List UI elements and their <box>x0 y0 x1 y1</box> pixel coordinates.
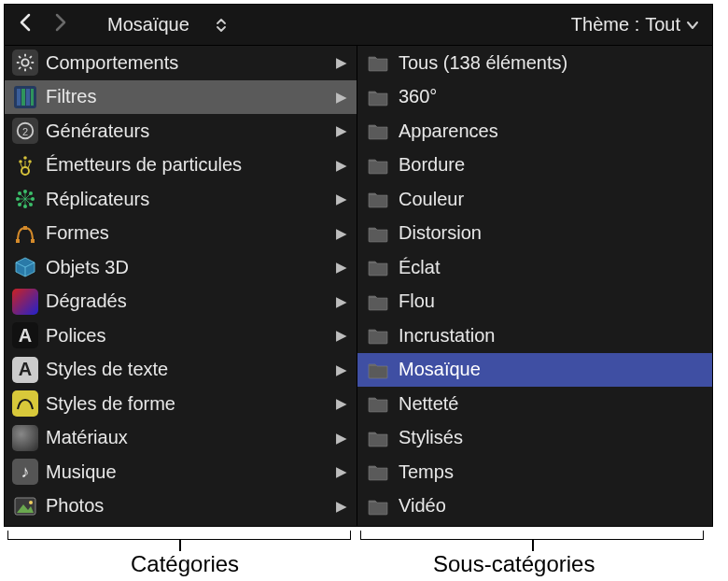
svg-point-42 <box>29 501 33 504</box>
chevron-right-icon <box>52 13 67 32</box>
path-popup[interactable]: Mosaïque <box>107 14 227 35</box>
subcategory-item-bordure[interactable]: Bordure <box>357 149 712 183</box>
category-item-label: Comportements <box>46 52 329 74</box>
category-item-label: Styles de forme <box>46 393 329 415</box>
subcategory-item-label: Netteté <box>399 393 703 415</box>
svg-line-5 <box>19 56 21 58</box>
replicator-icon <box>12 186 38 212</box>
folder-icon <box>365 186 391 212</box>
subcategory-item-couleur[interactable]: Couleur <box>357 182 712 217</box>
subcategory-item-nettete[interactable]: Netteté <box>357 387 712 421</box>
subcategory-item-label: Tous (138 éléments) <box>399 52 703 74</box>
folder-icon <box>365 390 391 417</box>
subcategory-item-label: Stylisés <box>399 427 703 448</box>
materials-icon <box>12 425 38 451</box>
categories-column: Comportements▶Filtres▶2Générateurs▶Émett… <box>5 46 357 526</box>
category-item-stylestexte[interactable]: AStyles de texte▶ <box>5 353 357 388</box>
category-item-musique[interactable]: ♪Musique▶ <box>5 455 357 489</box>
folder-icon <box>365 322 391 348</box>
svg-line-21 <box>21 163 22 168</box>
subcategory-item-label: Flou <box>399 290 703 312</box>
filters-icon <box>12 84 38 110</box>
folder-icon <box>365 493 391 519</box>
subcategories-column: Tous (138 éléments)360°ApparencesBordure… <box>357 46 712 526</box>
subcategory-item-mosaique[interactable]: Mosaïque <box>357 353 712 388</box>
shapes-icon <box>12 220 38 247</box>
category-item-stylesforme[interactable]: Styles de forme▶ <box>5 387 357 421</box>
folder-icon <box>365 357 391 383</box>
category-item-objets3d[interactable]: Objets 3D▶ <box>5 250 357 285</box>
category-item-label: Polices <box>46 325 329 347</box>
theme-popup[interactable]: Thème : Tout <box>571 14 703 35</box>
theme-prefix-label: Thème : <box>571 14 639 35</box>
subcategory-item-label: Bordure <box>399 154 703 176</box>
category-item-label: Réplicateurs <box>46 189 329 210</box>
svg-rect-35 <box>16 239 20 243</box>
category-item-label: Émetteurs de particules <box>46 154 329 176</box>
disclosure-arrow-icon: ▶ <box>336 122 347 139</box>
category-item-label: Formes <box>46 222 329 244</box>
disclosure-arrow-icon: ▶ <box>336 463 347 480</box>
svg-point-0 <box>21 60 28 66</box>
annotation-label-subcategories: Sous-catégories <box>433 551 595 577</box>
disclosure-arrow-icon: ▶ <box>336 89 347 106</box>
subcategory-item-incrustation[interactable]: Incrustation <box>357 319 712 353</box>
svg-line-8 <box>30 56 32 58</box>
subcategory-item-label: Mosaïque <box>399 359 703 380</box>
subcategory-item-label: Temps <box>399 461 703 483</box>
svg-rect-13 <box>31 89 34 106</box>
folder-icon <box>365 220 391 247</box>
nav-forward-button[interactable] <box>48 13 72 37</box>
subcategory-item-temps[interactable]: Temps <box>357 455 712 489</box>
disclosure-arrow-icon: ▶ <box>336 327 347 344</box>
disclosure-arrow-icon: ▶ <box>336 361 347 378</box>
disclosure-arrow-icon: ▶ <box>336 395 347 412</box>
annotation-stem-left <box>179 540 181 551</box>
theme-value-label: Tout <box>645 14 680 35</box>
path-label: Mosaïque <box>107 14 189 35</box>
category-item-materiaux[interactable]: Matériaux▶ <box>5 421 357 456</box>
folder-icon <box>365 152 391 178</box>
subcategory-item-label: Distorsion <box>399 222 703 244</box>
category-item-replicateurs[interactable]: Réplicateurs▶ <box>5 182 357 217</box>
subcategory-item-label: Éclat <box>399 257 703 278</box>
nav-back-button[interactable] <box>14 13 38 37</box>
subcategory-item-eclat[interactable]: Éclat <box>357 250 712 285</box>
subcategory-item-flou[interactable]: Flou <box>357 285 712 319</box>
subcategory-item-distorsion[interactable]: Distorsion <box>357 217 712 251</box>
folder-icon <box>365 50 391 76</box>
svg-point-18 <box>23 156 27 160</box>
category-item-particules[interactable]: Émetteurs de particules▶ <box>5 149 357 183</box>
svg-point-19 <box>28 160 32 163</box>
category-item-formes[interactable]: Formes▶ <box>5 217 357 251</box>
annotation-label-categories: Catégories <box>131 551 239 577</box>
music-icon: ♪ <box>12 459 38 485</box>
category-item-degrades[interactable]: Dégradés▶ <box>5 285 357 319</box>
annotation-overlay: Catégories Sous-catégories <box>4 531 713 581</box>
shape-style-icon <box>12 390 38 417</box>
subcategory-item-apparences[interactable]: Apparences <box>357 114 712 149</box>
svg-line-6 <box>30 67 32 69</box>
disclosure-arrow-icon: ▶ <box>336 157 347 174</box>
subcategory-item-video[interactable]: Vidéo <box>357 489 712 524</box>
disclosure-arrow-icon: ▶ <box>336 54 347 71</box>
category-item-polices[interactable]: APolices▶ <box>5 319 357 353</box>
subcategory-item-label: Couleur <box>399 189 703 210</box>
folder-icon <box>365 289 391 315</box>
annotation-bracket-left <box>7 531 351 540</box>
category-item-generateurs[interactable]: 2Générateurs▶ <box>5 114 357 149</box>
subcategory-item-stylises[interactable]: Stylisés <box>357 421 712 456</box>
category-item-label: Objets 3D <box>46 257 329 278</box>
category-item-label: Matériaux <box>46 427 329 448</box>
chevron-down-icon <box>686 18 699 33</box>
svg-rect-37 <box>23 226 27 230</box>
subcategory-item-label: Vidéo <box>399 495 703 517</box>
subcategory-item-360[interactable]: 360° <box>357 80 712 115</box>
library-toolbar: Mosaïque Thème : Tout <box>5 5 712 46</box>
category-item-filtres[interactable]: Filtres▶ <box>5 80 357 115</box>
category-item-photos[interactable]: Photos▶ <box>5 489 357 524</box>
subcategory-item-tous[interactable]: Tous (138 éléments) <box>357 46 712 80</box>
category-item-comportements[interactable]: Comportements▶ <box>5 46 357 80</box>
svg-point-17 <box>19 160 22 163</box>
folder-icon <box>365 425 391 451</box>
